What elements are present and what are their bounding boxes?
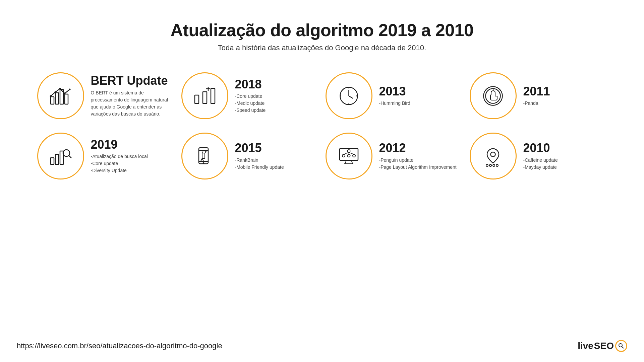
- svg-point-7: [64, 92, 66, 94]
- 2010-desc: -Caffeine update-Mayday update: [523, 157, 607, 171]
- monitor-network-icon: [336, 144, 361, 169]
- 2013-title: 2013: [379, 85, 463, 98]
- svg-rect-3: [65, 94, 68, 104]
- 2013-text: 2013 -Humming Bird: [379, 85, 463, 107]
- 2018-text: 2018 -Core update-Medic update-Speed upd…: [235, 78, 319, 114]
- card-2011: 2011 -Panda: [470, 72, 607, 119]
- 2010-text: 2010 -Caffeine update-Mayday update: [523, 141, 607, 171]
- svg-rect-9: [195, 95, 199, 103]
- svg-line-42: [344, 152, 349, 154]
- 2011-desc: -Panda: [523, 100, 607, 107]
- svg-rect-0: [51, 97, 54, 104]
- svg-line-28: [69, 155, 71, 158]
- 2012-text: 2012 -Penguin update-Page Layout Algorit…: [379, 141, 463, 171]
- svg-point-45: [491, 152, 495, 157]
- 2015-desc: -RankBrain-Mobile Friendly update: [235, 157, 319, 171]
- svg-point-4: [50, 95, 52, 97]
- svg-point-47: [489, 164, 491, 166]
- svg-line-16: [349, 96, 353, 98]
- bert-icon-circle: [37, 72, 84, 119]
- 2019-text: 2019 -Atualização de busca local-Core up…: [91, 138, 175, 174]
- svg-point-40: [348, 154, 350, 157]
- 2013-desc: -Humming Bird: [379, 100, 463, 107]
- bert-desc: O BERT é um sistema de processamento de …: [91, 89, 175, 118]
- 2019-icon-circle: [37, 133, 84, 179]
- svg-line-51: [622, 347, 624, 348]
- footer-url: https://liveseo.com.br/seo/atualizacoes-…: [17, 342, 222, 350]
- 2018-desc: -Core update-Medic update-Speed update: [235, 93, 319, 114]
- 2015-icon-circle: [181, 133, 228, 179]
- svg-point-49: [496, 164, 498, 166]
- 2011-title: 2011: [523, 85, 607, 98]
- svg-point-6: [59, 88, 61, 89]
- svg-rect-11: [211, 88, 215, 103]
- bert-title: BERT Update: [91, 74, 175, 87]
- logo-text-live: live: [578, 341, 593, 351]
- 2018-icon-circle: [181, 72, 228, 119]
- svg-point-8: [69, 88, 71, 90]
- chart-search-icon: [48, 144, 73, 169]
- 2015-text: 2015 -RankBrain-Mobile Friendly update: [235, 141, 319, 171]
- 2012-icon-circle: [326, 133, 372, 179]
- 2015-title: 2015: [235, 141, 319, 155]
- 2011-text: 2011 -Panda: [523, 85, 607, 107]
- svg-rect-10: [203, 92, 207, 103]
- logo: live SEO: [578, 340, 627, 352]
- card-2013: 2013 -Humming Bird: [326, 72, 463, 119]
- 2011-icon-circle: [470, 72, 517, 119]
- chart-bars-plus-icon: [192, 83, 217, 108]
- 2019-desc: -Atualização de busca local-Core update-…: [91, 153, 175, 174]
- card-2015: 2015 -RankBrain-Mobile Friendly update: [181, 133, 319, 179]
- logo-circle-icon: [615, 340, 627, 352]
- cards-grid: BERT Update O BERT é um sistema de proce…: [37, 72, 607, 179]
- page-title: Atualização do algoritmo 2019 a 2010: [171, 20, 474, 40]
- svg-rect-1: [55, 93, 59, 104]
- svg-line-36: [351, 160, 353, 164]
- mobile-pen-icon: [192, 144, 217, 169]
- svg-point-50: [619, 344, 622, 347]
- page-header: Atualização do algoritmo 2019 a 2010 Tod…: [171, 20, 474, 52]
- card-2010: 2010 -Caffeine update-Mayday update: [470, 133, 607, 179]
- svg-point-41: [353, 154, 355, 157]
- 2012-title: 2012: [379, 141, 463, 155]
- svg-rect-25: [55, 154, 59, 164]
- card-2019: 2019 -Atualização de busca local-Core up…: [37, 133, 175, 179]
- clock-icon: [336, 83, 361, 108]
- page-subtitle: Toda a história das atualizações do Goog…: [171, 44, 474, 52]
- 2013-icon-circle: [326, 72, 372, 119]
- svg-point-5: [55, 91, 56, 93]
- svg-point-48: [493, 164, 495, 166]
- 2010-icon-circle: [470, 133, 517, 179]
- svg-rect-33: [202, 153, 205, 158]
- bert-text: BERT Update O BERT é um sistema de proce…: [91, 74, 175, 118]
- 2010-title: 2010: [523, 141, 607, 155]
- card-bert: BERT Update O BERT é um sistema de proce…: [37, 72, 175, 119]
- card-2012: 2012 -Penguin update-Page Layout Algorit…: [326, 133, 463, 179]
- 2012-desc: -Penguin update-Page Layout Algorithm Im…: [379, 157, 463, 171]
- svg-rect-24: [51, 158, 54, 164]
- footer: https://liveseo.com.br/seo/atualizacoes-…: [17, 340, 627, 352]
- svg-point-32: [203, 162, 204, 164]
- chart-bars-icon: [48, 83, 73, 108]
- location-pin-icon: [480, 144, 506, 169]
- card-2018: 2018 -Core update-Medic update-Speed upd…: [181, 72, 319, 119]
- 2018-title: 2018: [235, 78, 319, 91]
- svg-line-44: [349, 152, 354, 154]
- svg-point-38: [348, 150, 350, 152]
- svg-line-35: [345, 160, 346, 164]
- 2019-title: 2019: [91, 138, 175, 151]
- badge-thumbsdown-icon: [480, 83, 506, 108]
- logo-text-seo: SEO: [594, 341, 614, 351]
- svg-point-39: [342, 154, 345, 157]
- svg-point-46: [486, 164, 488, 166]
